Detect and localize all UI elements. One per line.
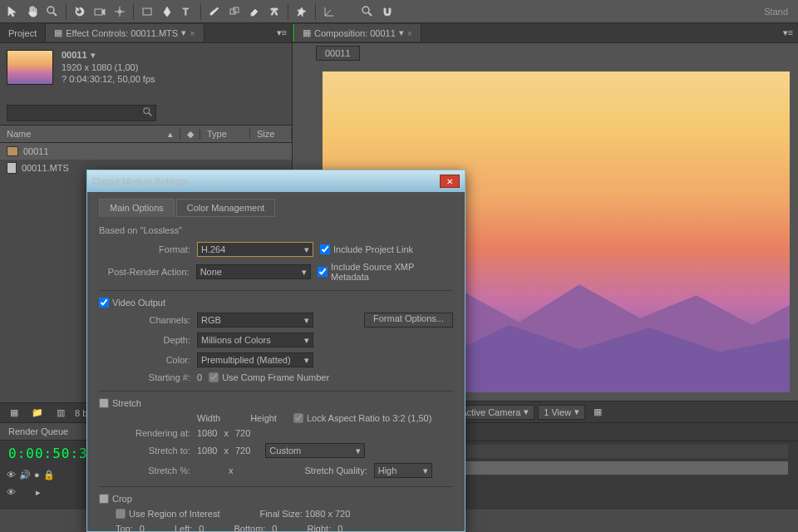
clone-tool-icon[interactable]	[225, 2, 244, 21]
stretch-preset-select: Custom▾	[265, 443, 365, 458]
svg-line-16	[149, 113, 151, 116]
dialog-titlebar[interactable]: Output Module Settings ✕	[87, 170, 465, 192]
include-link-checkbox[interactable]: Include Project Link	[320, 244, 413, 254]
selection-tool-icon[interactable]	[3, 2, 22, 21]
svg-rect-9	[234, 7, 239, 12]
workspace-label[interactable]: Stand	[764, 7, 788, 17]
close-icon[interactable]: ×	[407, 28, 412, 38]
post-render-select[interactable]: None▾	[196, 264, 311, 279]
dropdown-icon[interactable]: ▾	[91, 50, 96, 60]
camera-select[interactable]: Active Camera▾	[455, 405, 534, 420]
video-output-checkbox[interactable]: Video Output	[99, 298, 165, 308]
speaker-icon[interactable]: 🔊	[19, 470, 31, 480]
anchor-tool-icon[interactable]	[111, 2, 129, 21]
comp-icon: ▦	[54, 27, 62, 38]
eye-icon[interactable]: 👁	[7, 470, 16, 480]
svg-line-1	[53, 12, 57, 16]
comp-icon: ▦	[303, 27, 311, 38]
comp-dimensions: 1920 x 1080 (1,00)	[62, 62, 155, 72]
pin-tool-icon[interactable]	[293, 2, 311, 21]
tab-menu-icon[interactable]: ▾	[399, 27, 404, 38]
stretch-checkbox[interactable]: Stretch	[99, 398, 141, 408]
format-select[interactable]: H.264▾	[197, 242, 313, 257]
svg-point-15	[144, 108, 150, 114]
roto-tool-icon[interactable]	[265, 2, 283, 21]
crop-checkbox[interactable]: Crop	[99, 494, 132, 504]
axis-tool-icon[interactable]	[320, 2, 338, 21]
main-toolbar: T Stand	[0, 0, 798, 23]
search-tool-icon[interactable]	[358, 2, 377, 21]
project-list-header: Name ▴ ◆ Type Size	[0, 125, 292, 143]
tab-menu-icon[interactable]: ▾	[181, 27, 186, 38]
svg-line-12	[325, 10, 331, 16]
svg-point-0	[47, 7, 54, 13]
zoom-tool-icon[interactable]	[43, 2, 62, 21]
search-icon[interactable]	[143, 107, 153, 119]
panel-menu-icon[interactable]: ▾≡	[778, 24, 798, 42]
close-icon[interactable]: ×	[190, 28, 195, 38]
render-queue-tab[interactable]: Render Queue	[0, 423, 99, 441]
panel-menu-icon[interactable]: ▾≡	[272, 24, 292, 42]
folder-icon[interactable]: 📁	[28, 404, 47, 422]
composition-thumbnail	[7, 50, 53, 85]
view-select[interactable]: 1 View▾	[538, 405, 585, 420]
search-input[interactable]	[7, 105, 156, 121]
svg-rect-8	[230, 9, 235, 14]
close-icon[interactable]: ✕	[440, 175, 460, 188]
include-xmp-checkbox[interactable]: Include Source XMP Metadata	[318, 262, 453, 282]
col-tag[interactable]: ◆	[180, 129, 200, 140]
solo-icon[interactable]: ●	[34, 470, 40, 480]
lock-icon[interactable]: 🔒	[43, 470, 55, 480]
format-options-button[interactable]: Format Options...	[364, 313, 453, 328]
based-on-label: Based on "Lossless"	[99, 225, 453, 235]
comp-icon	[7, 146, 18, 156]
interpret-icon[interactable]: ▦	[5, 404, 23, 422]
expand-icon[interactable]: ▸	[36, 487, 41, 498]
comp-name: 00011	[62, 50, 87, 60]
pen-tool-icon[interactable]	[158, 2, 176, 21]
svg-rect-2	[95, 9, 102, 15]
channels-select[interactable]: RGB▾	[197, 313, 313, 328]
depth-select[interactable]: Millions of Colors▾	[197, 332, 313, 347]
view-options-icon[interactable]: ▦	[589, 403, 607, 421]
breadcrumb[interactable]: 00011	[316, 46, 360, 61]
tab-effect-controls[interactable]: ▦ Effect Controls: 00011.MTS ▾ ×	[46, 24, 204, 42]
tab-main-options[interactable]: Main Options	[99, 199, 175, 217]
rotation-tool-icon[interactable]	[71, 2, 89, 21]
svg-rect-6	[143, 8, 151, 15]
tab-composition[interactable]: ▦ Composition: 00011 ▾ ×	[293, 24, 421, 42]
hand-tool-icon[interactable]	[23, 2, 42, 21]
text-tool-icon[interactable]: T	[178, 2, 196, 21]
roi-checkbox: Use Region of Interest	[116, 509, 219, 519]
tab-color-management[interactable]: Color Management	[176, 199, 276, 217]
tab-project[interactable]: Project	[0, 25, 46, 42]
svg-text:T: T	[183, 7, 189, 17]
list-item[interactable]: 00011	[0, 143, 292, 160]
col-size[interactable]: Size	[250, 129, 292, 139]
brush-tool-icon[interactable]	[205, 2, 224, 21]
comp-frame-checkbox: Use Comp Frame Number	[209, 372, 329, 382]
lock-aspect-checkbox: Lock Aspect Ratio to 3:2 (1,50)	[293, 413, 431, 423]
color-select[interactable]: Premultiplied (Matted)▾	[197, 352, 313, 367]
file-icon	[7, 162, 17, 174]
comp-duration: ? 0:04:30:12, 50,00 fps	[62, 74, 155, 84]
svg-point-13	[362, 7, 369, 13]
stretch-quality-select: High▾	[374, 463, 432, 478]
new-comp-icon[interactable]: ▥	[52, 404, 70, 422]
timecode-display[interactable]: 0:00:50:37	[0, 441, 99, 466]
col-type[interactable]: Type	[200, 129, 250, 139]
output-module-dialog: Output Module Settings ✕ Main Options Co…	[86, 170, 466, 532]
rect-tool-icon[interactable]	[138, 2, 156, 21]
col-name[interactable]: Name ▴	[0, 129, 180, 140]
camera-tool-icon[interactable]	[91, 2, 109, 21]
snap-tool-icon[interactable]	[378, 2, 397, 21]
eye-icon[interactable]: 👁	[7, 487, 16, 498]
svg-line-14	[368, 12, 372, 16]
eraser-tool-icon[interactable]	[245, 2, 264, 21]
